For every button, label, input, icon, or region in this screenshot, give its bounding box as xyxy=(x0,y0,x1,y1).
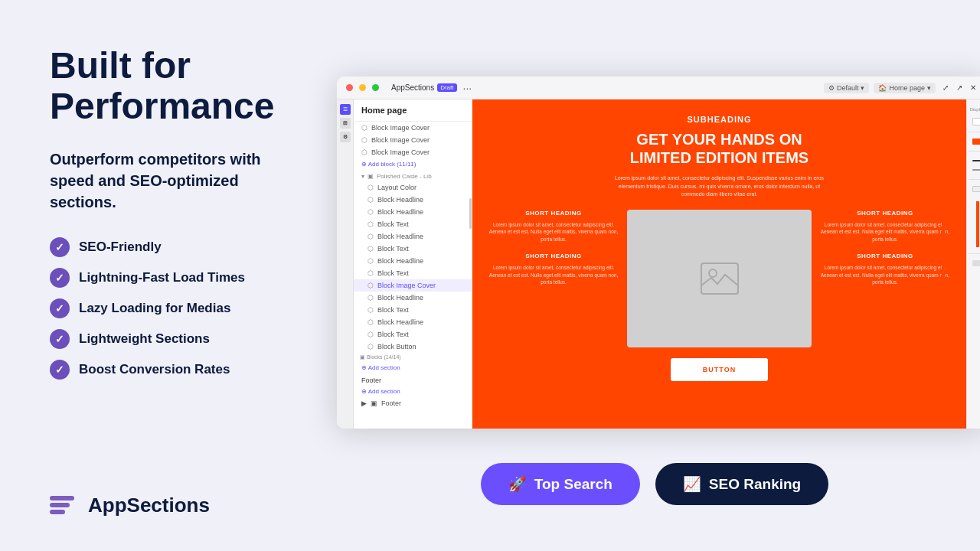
right-panel: AppSections Draft ··· ⚙ Default ▾ 🏠 Home… xyxy=(329,0,980,551)
sidebar-block-text-3[interactable]: ⬡ Block Text xyxy=(354,267,472,279)
strip-icon-settings[interactable]: ⚙ xyxy=(340,132,351,142)
feature-item: ✓ Lightweight Sections xyxy=(50,329,299,349)
canvas-inner: SUBHEADING GET YOUR HANDS ON LIMITED EDI… xyxy=(472,99,966,429)
chrome-default-btn[interactable]: ⚙ Default ▾ xyxy=(824,83,870,93)
props-content: Display xyxy=(967,99,980,271)
logo-icon xyxy=(50,490,80,520)
sidebar-scrollbar[interactable] xyxy=(469,198,472,229)
browser-close-dot[interactable] xyxy=(346,84,353,91)
chrome-icon-expand[interactable]: ⤢ xyxy=(940,83,951,93)
feature-item: ✓ Lightning-Fast Load Times xyxy=(50,268,299,288)
chrome-more-icon[interactable]: ··· xyxy=(463,82,472,94)
props-divider-1 xyxy=(969,132,980,132)
seo-ranking-icon: 📈 xyxy=(683,475,701,493)
sidebar-group-polished[interactable]: ▾ ▣ Polished Caste - Lib xyxy=(354,170,472,181)
props-shape-2[interactable] xyxy=(972,260,981,266)
props-display-option[interactable] xyxy=(972,118,981,126)
browser-max-dot[interactable] xyxy=(372,84,379,91)
sidebar-block-button[interactable]: ⬡ Block Button xyxy=(354,341,472,353)
feature-item: ✓ Boost Conversion Rates xyxy=(50,360,299,380)
feature-item: ✓ SEO-Friendly xyxy=(50,237,299,257)
sidebar-block-headline-6[interactable]: ⬡ Block Headline xyxy=(354,316,472,328)
sidebar-tree: Home page ⬡ Block Image Cover ⬡ Block Im… xyxy=(354,99,472,429)
bottom-buttons: 🚀 Top Search 📈 SEO Ranking xyxy=(329,463,980,505)
hero-subtitle: Outperform competitors with speed and SE… xyxy=(50,148,299,213)
chrome-homepage-btn[interactable]: 🏠 Home page ▾ xyxy=(874,83,936,93)
sidebar-add-section-btn[interactable]: ⊕ Add section xyxy=(354,362,472,373)
sidebar-icon-strip: ☰ ⊞ ⚙ xyxy=(337,99,354,429)
sidebar-block-headline-5[interactable]: ⬡ Block Headline xyxy=(354,292,472,304)
brand-logo: AppSections xyxy=(50,459,299,520)
chrome-draft-badge[interactable]: Draft xyxy=(437,83,456,92)
chrome-action-icons: ⤢ ↗ ✕ xyxy=(940,83,978,93)
sidebar-block-headline-4[interactable]: ⬡ Block Headline xyxy=(354,255,472,267)
sidebar-home-page: Home page xyxy=(354,99,472,122)
chrome-tabs: AppSections Draft ··· xyxy=(391,82,818,94)
canvas-title: GET YOUR HANDS ON LIMITED EDITION ITEMS xyxy=(630,130,808,167)
logo-bar-1 xyxy=(50,496,74,500)
strip-icon-pages[interactable]: ☰ xyxy=(340,104,351,115)
browser-mockup: AppSections Draft ··· ⚙ Default ▾ 🏠 Home… xyxy=(337,77,980,429)
seo-ranking-button[interactable]: 📈 SEO Ranking xyxy=(655,463,828,505)
svg-point-1 xyxy=(709,269,717,277)
props-accent-strip xyxy=(976,201,979,247)
canvas-image-placeholder xyxy=(627,210,812,347)
props-line-2[interactable] xyxy=(972,169,981,171)
chrome-icon-share[interactable]: ↗ xyxy=(954,83,965,93)
sidebar-layout-color[interactable]: ⬡ Layout Color xyxy=(354,181,472,194)
sidebar-block-text-4[interactable]: ⬡ Block Text xyxy=(354,304,472,316)
canvas-accent-bar xyxy=(942,99,945,429)
top-search-label: Top Search xyxy=(534,476,612,493)
sidebar-block-text-5[interactable]: ⬡ Block Text xyxy=(354,328,472,341)
sidebar-footer-label: Footer xyxy=(354,373,472,386)
top-search-button[interactable]: 🚀 Top Search xyxy=(481,463,640,505)
sidebar-block-headline-1[interactable]: ⬡ Block Headline xyxy=(354,194,472,206)
canvas-body-text: Lorem ipsum dolor sit amet, consectetur … xyxy=(612,174,827,199)
sidebar-item-block-image-1[interactable]: ⬡ Block Image Cover xyxy=(354,122,472,134)
sidebar-block-text-1[interactable]: ⬡ Block Text xyxy=(354,218,472,230)
check-icon-1: ✓ xyxy=(50,237,70,257)
hero-title: Built for Performance xyxy=(50,46,299,127)
chrome-right: ⚙ Default ▾ 🏠 Home page ▾ ⤢ ↗ ✕ xyxy=(824,83,978,93)
check-icon-4: ✓ xyxy=(50,329,70,349)
sidebar-add-block-btn[interactable]: ⊕ Add block (11/11) xyxy=(354,158,472,170)
canvas-cta-button[interactable]: BUTTON xyxy=(671,358,768,381)
logo-bar-3 xyxy=(50,510,65,514)
chrome-icon-menu[interactable]: ✕ xyxy=(968,83,978,93)
sidebar-item-block-image-3[interactable]: ⬡ Block Image Cover xyxy=(354,146,472,158)
props-divider-2 xyxy=(969,151,980,152)
feature-list: ✓ SEO-Friendly ✓ Lightning-Fast Load Tim… xyxy=(50,237,299,380)
image-placeholder-icon xyxy=(701,262,739,295)
canvas-col-2-image xyxy=(627,210,812,347)
props-divider-3 xyxy=(969,179,980,180)
canvas-area: SUBHEADING GET YOUR HANDS ON LIMITED EDI… xyxy=(472,99,966,429)
props-shape-option[interactable] xyxy=(972,186,981,192)
sidebar-footer-item[interactable]: ▶ ▣ Footer xyxy=(354,397,472,409)
sidebar-block-headline-3[interactable]: ⬡ Block Headline xyxy=(354,230,472,243)
sidebar-block-headline-2[interactable]: ⬡ Block Headline xyxy=(354,206,472,218)
canvas-three-col: SHORT HEADING Lorem ipsum dolor sit amet… xyxy=(488,210,951,347)
check-icon-3: ✓ xyxy=(50,298,70,318)
check-icon-2: ✓ xyxy=(50,268,70,288)
sidebar-block-image-cover-active[interactable]: ⬡ Block Image Cover xyxy=(354,279,472,292)
canvas-button-row: BUTTON xyxy=(488,347,951,381)
props-color-accent[interactable] xyxy=(972,139,981,145)
svg-rect-0 xyxy=(701,263,738,294)
props-line-1[interactable] xyxy=(972,160,981,161)
sidebar-item-block-image-2[interactable]: ⬡ Block Image Cover xyxy=(354,134,472,146)
browser-chrome: AppSections Draft ··· ⚙ Default ▾ 🏠 Home… xyxy=(337,77,980,99)
seo-ranking-label: SEO Ranking xyxy=(709,476,801,493)
sidebar-block-text-2[interactable]: ⬡ Block Text xyxy=(354,243,472,255)
logo-bar-2 xyxy=(50,503,70,507)
check-icon-5: ✓ xyxy=(50,360,70,380)
left-panel: Built for Performance Outperform competi… xyxy=(0,0,329,551)
brand-name: AppSections xyxy=(88,494,210,517)
sidebar-footer-add-btn[interactable]: ⊕ Add section xyxy=(354,386,472,397)
canvas-subheading: SUBHEADING xyxy=(688,115,752,124)
props-display-label: Display xyxy=(969,104,980,115)
canvas-col-3: SHORT HEADING Lorem ipsum dolor sit amet… xyxy=(819,210,951,347)
chrome-tab-name: AppSections xyxy=(391,83,434,92)
props-divider-4 xyxy=(969,253,980,254)
browser-min-dot[interactable] xyxy=(359,84,366,91)
strip-icon-components[interactable]: ⊞ xyxy=(340,118,351,129)
